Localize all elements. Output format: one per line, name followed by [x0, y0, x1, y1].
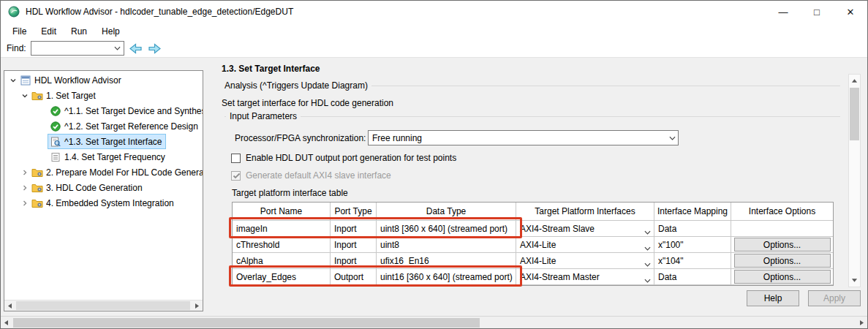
test-points-checkbox[interactable]: [231, 154, 241, 163]
cell-interface-options: Options...: [731, 253, 833, 269]
tree-item-1-4-set-target-frequency[interactable]: 1.4. Set Target Frequency: [4, 149, 203, 164]
check-icon: [232, 171, 241, 181]
hdl-workflow-advisor-window: HDL Workflow Advisor - hdlcoder_tunable_…: [0, 0, 868, 329]
folder-gear-icon: [31, 183, 44, 192]
sync-dropdown[interactable]: Free running: [368, 130, 679, 145]
tree-item-set-target[interactable]: 1. Set Target: [4, 88, 203, 103]
menu-run[interactable]: Run: [64, 24, 94, 39]
tree-item-label: 1. Set Target: [46, 91, 96, 101]
scrollbar-thumb[interactable]: [850, 88, 859, 140]
apply-button: Apply: [808, 290, 861, 306]
chevron-right-icon[interactable]: [20, 169, 30, 176]
cell-data-type: uint8 [360 x 640] (streamed port): [377, 221, 516, 237]
cell-interface-mapping[interactable]: x"100": [654, 237, 731, 253]
tree-item-label: ^1.2. Set Target Reference Design: [64, 121, 198, 132]
sync-label: Processor/FPGA synchronization:: [235, 133, 366, 143]
window-horizontal-scrollbar[interactable]: [1, 316, 867, 328]
chevron-down-icon: [644, 259, 651, 269]
chevron-right-icon[interactable]: [20, 184, 30, 192]
chevron-down-icon: [644, 243, 651, 253]
options-button[interactable]: Options...: [734, 270, 831, 284]
app-icon: [8, 6, 20, 18]
column-header: Interface Mapping: [654, 203, 731, 221]
dropdown-value: AXI4-Lite: [520, 240, 556, 250]
cell-data-type: uint8: [377, 237, 516, 253]
cell-port-type: Inport: [331, 253, 377, 269]
cell-port-type: Outport: [331, 269, 377, 285]
find-label: Find:: [7, 43, 26, 53]
cell-target-interface-dropdown[interactable]: AXI4-Stream Master: [516, 269, 654, 285]
find-previous-button[interactable]: [129, 42, 143, 55]
column-header: Target Platform Interfaces: [516, 203, 654, 221]
cell-interface-mapping[interactable]: x"104": [654, 253, 731, 269]
cell-interface-mapping[interactable]: Data: [654, 269, 731, 285]
close-button[interactable]: ✕: [834, 1, 867, 23]
panel-heading: 1.3. Set Target Interface: [222, 64, 320, 74]
title-bar[interactable]: HDL Workflow Advisor - hdlcoder_tunable_…: [1, 1, 867, 23]
target-platform-interface-table: Port Name Port Type Data Type Target Pla…: [232, 202, 834, 286]
chevron-down-icon[interactable]: [111, 42, 124, 55]
cell-port-type: Inport: [331, 221, 377, 237]
tree-item-1-2-set-target-reference-design[interactable]: ^1.2. Set Target Reference Design: [4, 118, 203, 134]
dropdown-value: AXI4-Stream Master: [520, 272, 600, 282]
find-input[interactable]: [31, 42, 111, 54]
check-passed-icon: [49, 121, 62, 132]
table-caption: Target platform interface table: [232, 188, 348, 198]
cell-interface-mapping[interactable]: Data: [654, 221, 731, 237]
find-next-button[interactable]: [148, 42, 162, 55]
tree-horizontal-scrollbar[interactable]: [4, 300, 203, 311]
menu-edit[interactable]: Edit: [34, 24, 64, 39]
chevron-down-icon[interactable]: [8, 77, 18, 84]
cell-port-type: Inport: [331, 237, 377, 253]
cell-port-name: cAlpha: [233, 253, 331, 269]
workflow-advisor-icon: [19, 75, 32, 86]
tree-item-label: 2. Prepare Model For HDL Code Generation: [46, 167, 203, 178]
scroll-left-icon[interactable]: [1, 317, 12, 328]
tree-item-label: ^1.3. Set Target Interface: [64, 137, 162, 147]
tree-item-1-3-set-target-interface[interactable]: ^1.3. Set Target Interface: [4, 134, 203, 149]
vertical-scrollbar[interactable]: [848, 74, 861, 287]
scroll-down-icon[interactable]: [849, 275, 860, 286]
cell-port-name: cThreshold: [233, 237, 331, 253]
tree-item-2-prepare-model[interactable]: 2. Prepare Model For HDL Code Generation: [4, 164, 203, 180]
minimize-button[interactable]: —: [766, 1, 800, 23]
options-button[interactable]: Options...: [734, 254, 831, 268]
tree-item-3-hdl-code-generation[interactable]: 3. HDL Code Generation: [4, 180, 203, 195]
test-points-checkbox-label: Enable HDL DUT output port generation fo…: [246, 153, 456, 163]
arrow-right-icon: [148, 42, 162, 55]
cell-data-type: ufix16_En16: [377, 253, 516, 269]
scrollbar-thumb[interactable]: [13, 318, 480, 328]
find-combobox[interactable]: [31, 41, 124, 56]
tree-item-label: 3. HDL Code Generation: [46, 183, 143, 193]
cell-target-interface-dropdown[interactable]: AXI4-Lite: [516, 237, 654, 253]
scroll-right-icon[interactable]: [856, 317, 867, 328]
tree-item-hdl-workflow-advisor[interactable]: HDL Workflow Advisor: [4, 72, 203, 88]
panel-description: Set target interface for HDL code genera…: [222, 98, 393, 108]
arrow-left-icon: [129, 42, 143, 55]
column-header: Port Type: [331, 203, 377, 221]
scroll-up-icon[interactable]: [849, 75, 860, 86]
scroll-left-icon[interactable]: [4, 300, 15, 311]
tree-item-label: 4. Embedded System Integration: [46, 198, 174, 208]
workflow-tree-panel: HDL Workflow Advisor 1. Set Target ^1.1.…: [4, 70, 203, 311]
cell-target-interface-dropdown[interactable]: AXI4-Stream Slave: [516, 221, 654, 237]
task-pending-icon: [49, 152, 62, 162]
column-header: Interface Options: [731, 203, 833, 221]
column-header: Port Name: [233, 203, 331, 221]
folder-gear-icon: [31, 167, 44, 177]
scrollbar-thumb[interactable]: [16, 301, 190, 310]
tree-item-4-embedded-system-integration[interactable]: 4. Embedded System Integration: [4, 195, 203, 211]
menu-file[interactable]: File: [5, 24, 34, 39]
help-button[interactable]: Help: [747, 290, 799, 306]
chevron-right-icon[interactable]: [20, 200, 30, 207]
dropdown-value: AXI4-Stream Slave: [520, 224, 595, 234]
cell-interface-options: Options...: [731, 237, 833, 253]
chevron-down-icon[interactable]: [20, 92, 30, 99]
maximize-button[interactable]: □: [800, 1, 834, 23]
options-button[interactable]: Options...: [734, 238, 831, 252]
scroll-right-icon[interactable]: [192, 300, 203, 311]
menu-help[interactable]: Help: [94, 24, 127, 39]
tree-item-label: 1.4. Set Target Frequency: [64, 152, 165, 162]
tree-item-1-1-set-target-device[interactable]: ^1.1. Set Target Device and Synthesis T: [4, 103, 203, 118]
cell-target-interface-dropdown[interactable]: AXI4-Lite: [516, 253, 654, 269]
